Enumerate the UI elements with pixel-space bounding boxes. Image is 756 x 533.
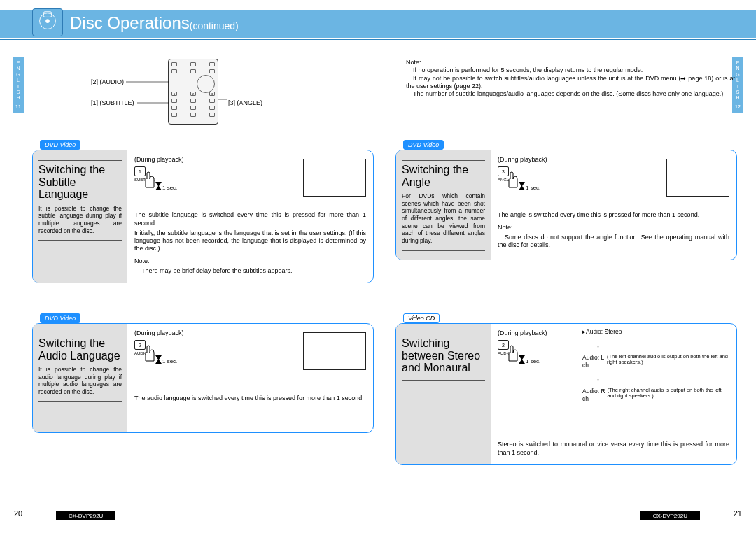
remote-diagram: [2] (AUDIO) [1] (SUBTITLE) [3] (ANGLE) 1… xyxy=(91,64,273,127)
body-text: The audio language is switched every tim… xyxy=(134,395,366,402)
note-label: Note: xyxy=(134,257,366,265)
display-box xyxy=(303,332,366,370)
body-text: Initially, the subtitle language is the … xyxy=(134,229,366,253)
button-diagram: 1 SUBTITLE 1 sec. xyxy=(134,166,169,197)
duration-label: 1 sec. xyxy=(526,185,540,192)
page-number-right: 21 xyxy=(734,509,742,518)
note-line: It may not be possible to switch subtitl… xyxy=(406,75,735,91)
card-title: Switching the Audio Language xyxy=(38,337,122,362)
button-diagram: 3 ANGLE 1 sec. xyxy=(498,166,533,197)
card-title: Switching between Stereo and Monaural xyxy=(402,337,485,374)
lang-tab-left: E N G L I S H 11 xyxy=(13,57,24,113)
audio-lch: Audio: L ch xyxy=(582,354,606,369)
hourglass-icon xyxy=(155,355,162,364)
hourglass-icon xyxy=(155,182,162,190)
duration-label: 1 sec. xyxy=(526,358,540,365)
duration-label: 1 sec. xyxy=(162,185,177,192)
divider xyxy=(0,39,756,40)
button-diagram: 2 AUDIO 1 sec. xyxy=(134,340,169,371)
note-label: Note: xyxy=(406,59,735,66)
card-subtitle: DVD Video Switching the Subtitle Languag… xyxy=(32,150,374,283)
lang-letters: E N G L I S H xyxy=(13,60,24,101)
card-title: Switching the Angle xyxy=(402,164,485,188)
header-banner: Disc Operations (continued) xyxy=(0,10,756,38)
note-text: Some discs do not support the angle func… xyxy=(498,234,729,250)
card-title: Switching the Subtitle Language xyxy=(38,164,122,201)
audio-lch-note: (The left channel audio is output on bot… xyxy=(607,354,729,366)
note-label: Note: xyxy=(498,224,729,232)
disc-icon xyxy=(32,8,63,36)
note-line: If no operation is performed for 5 secon… xyxy=(406,66,735,74)
model-label-right: CX-DVP292U xyxy=(640,511,700,520)
card-desc: It is possible to change the subtile lan… xyxy=(38,205,122,235)
arrow-down-icon: ↓ xyxy=(596,374,729,383)
arrow-down-icon: ↓ xyxy=(596,341,729,350)
top-note: Note: If no operation is performed for 5… xyxy=(406,59,735,98)
hourglass-icon xyxy=(519,182,525,190)
body-text: The angle is switched every time this is… xyxy=(498,211,729,219)
body-text: The subtitle language is switched every … xyxy=(134,211,366,227)
page-title-continued: (continued) xyxy=(190,20,239,31)
button-diagram: 2 AUDIO 1 sec. xyxy=(498,340,533,371)
remote-leader-lines xyxy=(91,64,273,134)
audio-stereo: Audio: Stereo xyxy=(586,328,622,336)
hourglass-icon xyxy=(519,355,525,364)
card-tab: DVD Video xyxy=(40,313,80,323)
card-desc: It is possible to change the audio langu… xyxy=(38,366,122,396)
audio-rch-note: (The right channel audio is output on bo… xyxy=(608,388,729,399)
card-desc: For DVDs which contain scenes which have… xyxy=(402,192,485,244)
card-tab: DVD Video xyxy=(403,140,444,150)
card-stereo: Video CD Switching between Stereo and Mo… xyxy=(396,323,737,465)
audio-mode-diagram: ▸ Audio: Stereo ↓ Audio: L ch (The left … xyxy=(582,328,729,408)
page-title: Disc Operations xyxy=(70,13,190,33)
card-tab: DVD Video xyxy=(40,140,80,150)
page-number-left: 20 xyxy=(14,509,22,518)
card-tab: Video CD xyxy=(403,313,440,323)
card-audio: DVD Video Switching the Audio Language I… xyxy=(32,323,374,433)
note-line: The number of subtitle languages/audio l… xyxy=(406,90,735,98)
note-text: There may be brief delay before the subt… xyxy=(134,267,366,275)
audio-rch: Audio: R ch xyxy=(582,388,606,402)
tab-page-left: 11 xyxy=(13,104,24,110)
display-box xyxy=(666,159,729,197)
display-box xyxy=(303,159,366,197)
svg-point-1 xyxy=(46,19,50,23)
model-label-left: CX-DVP292U xyxy=(56,511,115,520)
body-text: Stereo is switched to monaural or vice v… xyxy=(498,441,729,457)
duration-label: 1 sec. xyxy=(162,358,177,365)
tab-page-right: 12 xyxy=(732,104,743,110)
card-angle: DVD Video Switching the Angle For DVDs w… xyxy=(396,150,737,260)
svg-rect-2 xyxy=(43,12,51,17)
